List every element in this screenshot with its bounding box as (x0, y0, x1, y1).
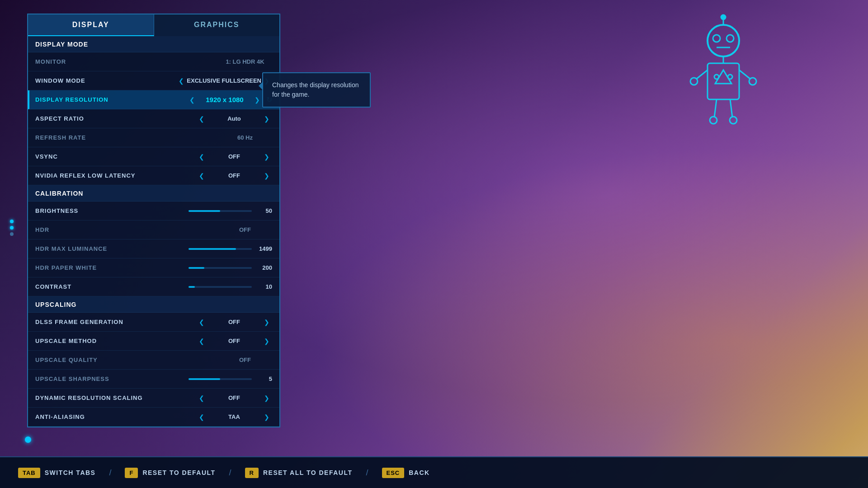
row-dynamic-res-scaling[interactable]: DYNAMIC RESOLUTION SCALING ❮ OFF ❯ (28, 389, 279, 408)
row-upscale-sharpness: UPSCALE SHARPNESS 5 (28, 370, 279, 389)
arrow-right-resolution[interactable]: ❯ (252, 96, 263, 103)
arrow-left-aa[interactable]: ❮ (196, 413, 207, 421)
hdr-paperwhite-track (189, 267, 252, 269)
hotkey-reset-default: F RESET TO DEFAULT (125, 468, 215, 478)
row-dlss-frame-gen[interactable]: DLSS FRAME GENERATION ❮ OFF ❯ (28, 313, 279, 332)
contrast-fill (189, 286, 195, 288)
hdr-paperwhite-fill (189, 267, 204, 269)
tooltip: Changes the display resolution for the g… (262, 72, 371, 108)
label-switch-tabs: SWITCH TABS (45, 469, 96, 476)
arrow-left-reflex[interactable]: ❮ (196, 172, 207, 179)
svg-line-13 (714, 99, 717, 117)
key-esc: ESC (382, 468, 405, 478)
row-refresh-rate: REFRESH RATE 60 Hz (28, 128, 279, 147)
separator-2: / (229, 468, 231, 478)
contrast-track[interactable] (189, 286, 252, 288)
row-hdr-max-luminance: HDR MAX LUMINANCE 1499 (28, 239, 279, 258)
hdr-luminance-slider-container: 1499 (154, 245, 272, 252)
dot-3 (10, 232, 14, 236)
svg-line-11 (739, 70, 750, 79)
section-calibration: CALIBRATION (28, 185, 279, 202)
arrow-left-window-mode[interactable]: ❮ (176, 77, 187, 84)
hdr-luminance-fill (189, 248, 236, 250)
bottom-bar: TAB SWITCH TABS / F RESET TO DEFAULT / R… (0, 456, 868, 488)
dot-1 (10, 220, 14, 223)
arrow-left-vsync[interactable]: ❮ (196, 153, 207, 160)
arrow-right-aa[interactable]: ❯ (261, 413, 272, 421)
upscale-sharpness-track (189, 378, 252, 380)
arrow-right-vsync[interactable]: ❯ (261, 153, 272, 160)
svg-point-0 (708, 25, 739, 56)
svg-marker-8 (715, 70, 731, 84)
row-monitor: MONITOR 1: LG HDR 4K (28, 52, 279, 71)
hdr-luminance-track (189, 248, 252, 250)
arrow-right-aspect[interactable]: ❯ (261, 115, 272, 122)
svg-line-15 (730, 99, 732, 117)
svg-point-3 (713, 35, 720, 42)
arrow-left-resolution[interactable]: ❮ (187, 96, 198, 103)
svg-point-4 (726, 35, 734, 42)
svg-point-2 (721, 15, 726, 19)
arrow-right-reflex[interactable]: ❯ (261, 172, 272, 179)
arrow-left-upscale-method[interactable]: ❮ (196, 338, 207, 345)
row-nvidia-reflex[interactable]: NVIDIA REFLEX LOW LATENCY ❮ OFF ❯ (28, 166, 279, 185)
svg-point-18 (728, 75, 732, 79)
section-upscaling: UPSCALING (28, 296, 279, 313)
svg-point-17 (714, 75, 719, 79)
hotkey-switch-tabs: TAB SWITCH TABS (18, 468, 95, 478)
row-upscale-method[interactable]: UPSCALE METHOD ❮ OFF ❯ (28, 332, 279, 351)
upscale-sharpness-fill (189, 378, 220, 380)
row-anti-aliasing[interactable]: ANTI-ALIASING ❮ TAA ❯ (28, 408, 279, 427)
arrow-right-drs[interactable]: ❯ (261, 394, 272, 402)
brightness-fill (189, 210, 220, 212)
arrow-right-dlss[interactable]: ❯ (261, 319, 272, 326)
hotkey-reset-all: R RESET ALL TO DEFAULT (245, 468, 353, 478)
tab-graphics[interactable]: GRAPHICS (154, 14, 280, 36)
separator-1: / (109, 468, 111, 478)
row-upscale-quality: UPSCALE QUALITY OFF (28, 351, 279, 370)
svg-point-16 (730, 117, 737, 124)
decorative-dots (10, 220, 14, 236)
svg-line-9 (696, 70, 708, 79)
row-display-resolution[interactable]: DISPLAY RESOLUTION ❮ 868 x 488 ❯ ↻ (28, 90, 279, 109)
label-reset-all: RESET ALL TO DEFAULT (263, 469, 353, 476)
row-hdr: HDR OFF (28, 221, 279, 239)
logo-symbol (678, 14, 769, 140)
contrast-slider-container[interactable]: 10 (154, 283, 272, 290)
row-brightness[interactable]: BRIGHTNESS 50 (28, 202, 279, 221)
svg-rect-7 (708, 63, 739, 99)
settings-panel: DISPLAY GRAPHICS DISPLAY MODE MONITOR 1:… (27, 14, 280, 427)
row-aspect-ratio[interactable]: ASPECT RATIO ❮ Auto ❯ (28, 109, 279, 128)
row-hdr-paper-white: HDR PAPER WHITE 200 (28, 258, 279, 277)
arrow-left-aspect[interactable]: ❮ (196, 115, 207, 122)
svg-point-10 (690, 78, 698, 85)
label-back: BACK (409, 469, 429, 476)
tab-display[interactable]: DISPLAY (28, 14, 154, 36)
hotkey-back: ESC BACK (382, 468, 430, 478)
svg-point-14 (710, 117, 717, 124)
svg-point-12 (749, 78, 756, 85)
upscale-sharpness-slider-container: 5 (154, 375, 272, 382)
row-window-mode[interactable]: WINDOW MODE ❮ EXCLUSIVE FULLSCREEN ❯ (28, 71, 279, 90)
settings-list: DISPLAY MODE MONITOR 1: LG HDR 4K WINDOW… (27, 36, 280, 427)
tabs-header: DISPLAY GRAPHICS (27, 14, 280, 36)
brightness-track[interactable] (189, 210, 252, 212)
row-vsync[interactable]: VSYNC ❮ OFF ❯ (28, 147, 279, 166)
hdr-paperwhite-slider-container: 200 (154, 264, 272, 271)
key-f: F (125, 468, 138, 478)
label-reset-default: RESET TO DEFAULT (142, 469, 215, 476)
key-tab: TAB (18, 468, 40, 478)
bottom-left-indicator (25, 436, 31, 443)
row-contrast[interactable]: CONTRAST 10 (28, 277, 279, 296)
separator-3: / (366, 468, 368, 478)
dot-2 (10, 226, 14, 230)
section-display-mode: DISPLAY MODE (28, 36, 279, 52)
arrow-right-upscale-method[interactable]: ❯ (261, 338, 272, 345)
brightness-slider-container[interactable]: 50 (154, 207, 272, 214)
arrow-left-drs[interactable]: ❮ (196, 394, 207, 402)
arrow-left-dlss[interactable]: ❮ (196, 319, 207, 326)
key-r: R (245, 468, 259, 478)
